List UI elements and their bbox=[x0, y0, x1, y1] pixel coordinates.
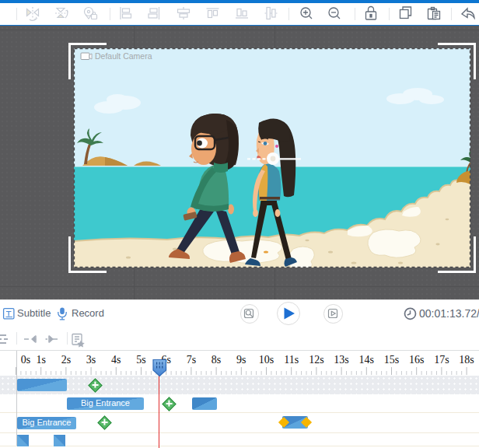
svg-text:2s: 2s bbox=[61, 354, 71, 366]
svg-text:7s: 7s bbox=[187, 354, 196, 366]
svg-text:18s: 18s bbox=[459, 354, 474, 366]
svg-text:16s: 16s bbox=[409, 354, 424, 366]
svg-text:0s: 0s bbox=[21, 354, 30, 366]
svg-text:10s: 10s bbox=[259, 354, 274, 366]
svg-text:11s: 11s bbox=[284, 354, 299, 366]
svg-text:9s: 9s bbox=[236, 354, 246, 366]
svg-text:3s: 3s bbox=[86, 354, 96, 366]
svg-text:4s: 4s bbox=[111, 354, 121, 366]
svg-text:13s: 13s bbox=[334, 354, 348, 366]
svg-text:12s: 12s bbox=[309, 354, 323, 366]
svg-text:15s: 15s bbox=[384, 354, 399, 366]
svg-text:17s: 17s bbox=[434, 354, 449, 366]
svg-text:8s: 8s bbox=[212, 354, 221, 366]
svg-text:Default Camera: Default Camera bbox=[95, 51, 152, 61]
svg-text:5s: 5s bbox=[136, 354, 145, 366]
svg-text:00:01:13.72/0: 00:01:13.72/0 bbox=[419, 307, 479, 320]
svg-text:14s: 14s bbox=[359, 354, 374, 366]
svg-text:1s: 1s bbox=[36, 354, 45, 366]
